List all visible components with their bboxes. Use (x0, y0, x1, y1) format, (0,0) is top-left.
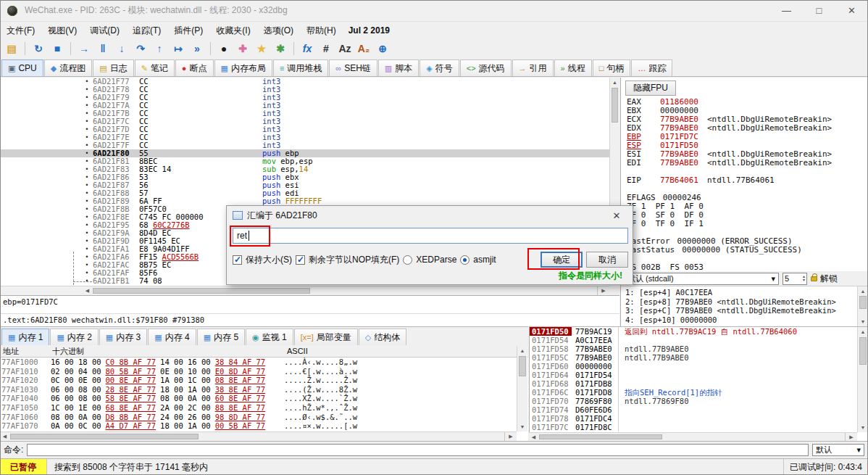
dump-horizontal-scrollbar[interactable]: ◀ ▶ (0, 431, 517, 441)
tab-seh[interactable]: ∞SEH链 (329, 59, 377, 76)
tab-dump-2[interactable]: ▦内存 2 (50, 329, 98, 345)
tab-dump-5[interactable]: ▦内存 5 (197, 329, 245, 345)
scroll-up-icon[interactable]: ▲ (858, 286, 868, 296)
dump-header-hex[interactable]: 十六进制 (51, 346, 284, 357)
hash-icon[interactable]: # (317, 41, 335, 57)
calculator-icon[interactable]: fx (299, 41, 316, 57)
tab-references[interactable]: →引用 (512, 59, 554, 76)
keep-size-checkbox[interactable] (233, 255, 242, 265)
disasm-row[interactable]: •6AD21F78CCint3 (0, 86, 609, 94)
command-profile-select[interactable]: 默认 ▾ (812, 444, 864, 456)
stack-row[interactable]: 0171FD5077B9AC19返回到 ntdll.77B9AC19 自 ntd… (530, 327, 868, 336)
arg-count-stepper[interactable]: 5 ▴▾ (783, 273, 807, 285)
dump-row[interactable]: 77AF106008 00 0A 00D8 8B AF 7724 00 26 0… (0, 413, 528, 422)
asmjit-radio[interactable] (460, 255, 470, 265)
tab-script[interactable]: ▥脚本 (378, 59, 419, 76)
scroll-up-icon[interactable]: ▲ (517, 346, 527, 355)
stack-arguments-pane[interactable]: 1: [esp+4] A0C17EEA2: [esp+8] 77B9ABE0 <… (620, 286, 868, 326)
cancel-button[interactable]: 取消 (586, 252, 628, 268)
disasm-row[interactable]: •6AD21F8383EC 14sub esp,14 (0, 165, 609, 173)
tab-notes[interactable]: ✎笔记 (135, 59, 175, 76)
tab-threads[interactable]: »线程 (554, 59, 592, 76)
tab-dump-1[interactable]: ▦内存 1 (1, 329, 49, 345)
menu-help[interactable]: 帮助(H) (300, 22, 343, 39)
tab-graph[interactable]: ◆流程图 (44, 59, 92, 76)
disasm-row[interactable]: •6AD21F7ACCint3 (0, 102, 609, 110)
hide-fpu-button[interactable]: 隐藏FPU (625, 80, 676, 96)
stack-horizontal-scrollbar[interactable]: ◀ ▶ (529, 432, 857, 441)
memory-dump-pane[interactable]: 地址 十六进制 ASCII 77AF100016 00 18 00C0 8B A… (0, 345, 528, 441)
disasm-row[interactable]: •6AD21F896A FFpush FFFFFFFF (0, 197, 609, 205)
tab-memory-map[interactable]: ▦内存布局 (214, 59, 272, 76)
tab-symbols[interactable]: ◈符号 (420, 59, 459, 76)
unlock-toggle[interactable]: 解锁 (811, 273, 838, 285)
stop-icon[interactable]: ■ (49, 41, 66, 57)
tab-breakpoints[interactable]: ●断点 (175, 59, 214, 76)
stack-arg-row[interactable]: 3: [esp+C] 77B9ABE0 <ntdll.DbgUiRemoteBr… (625, 306, 868, 315)
dump-header-address[interactable]: 地址 (0, 346, 51, 357)
stack-row[interactable]: 0171FD7C0171FD8C (530, 423, 868, 431)
tab-cpu[interactable]: ▣CPU (1, 59, 43, 76)
scrollbar-thumb[interactable] (539, 434, 662, 439)
scroll-up-icon[interactable]: ▲ (858, 327, 868, 336)
calling-convention-select[interactable]: 默认 (stdcall) ▾ (624, 273, 779, 285)
dump-row[interactable]: 77AF10501C 00 1E 0068 8E AF 772A 00 2C 0… (0, 403, 528, 413)
dump-row[interactable]: 77AF10700A 00 0C 00A4 D7 AF 7718 00 1A 0… (0, 421, 528, 431)
disasm-row[interactable]: •6AD21F8653push ebx (0, 173, 609, 181)
menu-file[interactable]: 文件(F) (0, 22, 41, 39)
stack-vertical-scrollbar[interactable]: ▲ ▼ (857, 327, 868, 432)
register-row[interactable]: EIP77B64061ntdll.77B64061 (621, 176, 868, 185)
disasm-row[interactable]: •6AD21F7BCCint3 (0, 110, 609, 117)
disasm-row[interactable]: •6AD21F7ECCint3 (0, 133, 609, 141)
close-button[interactable]: ✕ (835, 0, 868, 21)
dump-row[interactable]: 77AF10200C 00 0E 0000 8E AF 771A 00 1C 0… (0, 376, 528, 385)
tab-log[interactable]: ▤日志 (93, 59, 133, 76)
assemble-icon[interactable]: A₂ (355, 41, 372, 57)
stack-row[interactable]: 0171FD54A0C17EEA (530, 336, 868, 344)
disasm-row[interactable]: •6AD21F7FCCint3 (0, 141, 609, 149)
minimize-button[interactable]: — (770, 0, 803, 21)
tab-struct[interactable]: ◇结构体 (359, 329, 406, 345)
disasm-row[interactable]: •6AD21F7CCCint3 (0, 117, 609, 125)
step-over-icon[interactable]: ↷ (132, 41, 149, 57)
dump-vertical-scrollbar[interactable]: ▲ ▼ (517, 346, 527, 431)
tab-locals[interactable]: [x=]局部变量 (294, 329, 358, 345)
stack-arg-row[interactable]: 2: [esp+8] 77B9ABE0 <ntdll.DbgUiRemoteBr… (625, 297, 868, 307)
dump-row[interactable]: 77AF104006 00 08 0058 8E AF 7708 00 0A 0… (0, 394, 528, 403)
tab-call-stack[interactable]: ≡调用堆栈 (273, 59, 328, 76)
args-scrollbar[interactable]: ▲ ▼ (857, 286, 868, 326)
scrollbar-thumb[interactable] (10, 434, 199, 439)
menu-debug[interactable]: 调试(D) (83, 22, 126, 39)
tab-source[interactable]: <>源代码 (460, 59, 512, 76)
scroll-right-icon[interactable]: ▶ (845, 433, 857, 441)
disasm-horizontal-scrollbar[interactable]: ◀ ▶ (0, 286, 609, 295)
settings-icon[interactable]: ✱ (272, 41, 289, 57)
stack-row[interactable]: 0171FD780171FDC4 (530, 414, 868, 423)
tab-handles[interactable]: □句柄 (593, 59, 631, 76)
stack-row[interactable]: 0171FD640171FD54 (530, 371, 868, 379)
tab-watch-1[interactable]: ◉监视 1 (246, 329, 293, 345)
register-row[interactable]: EDI77B9ABE0<ntdll.DbgUiRemoteBreakin> (621, 159, 868, 168)
menu-trace[interactable]: 追踪(T) (126, 22, 167, 39)
registers-pane[interactable]: 隐藏FPU EAX01186000EBX00000000ECX77B9ABE0<… (620, 78, 868, 271)
dump-row[interactable]: 77AF100016 00 18 00C0 8B AF 7714 00 16 0… (0, 358, 528, 367)
fill-with-nop-checkbox[interactable] (296, 255, 305, 265)
dump-row[interactable]: 77AF101002 00 04 0080 5B AF 770E 00 10 0… (0, 367, 528, 376)
menu-favourites[interactable]: 收藏夹(I) (209, 22, 256, 39)
register-row[interactable] (621, 185, 868, 194)
dialog-close-icon[interactable]: ✕ (606, 210, 627, 221)
scroll-up-icon[interactable]: ▲ (610, 78, 619, 87)
scroll-left-icon[interactable]: ◀ (83, 286, 92, 295)
scroll-down-icon[interactable]: ▼ (858, 423, 868, 432)
menu-view[interactable]: 视图(V) (41, 22, 83, 39)
register-row[interactable]: EDX77B9ABE0<ntdll.DbgUiRemoteBreakin> (621, 124, 868, 133)
run-to-user-code-icon[interactable]: ↦ (170, 41, 187, 57)
stack-arg-row[interactable]: 4: [esp+10] 00000000 (625, 315, 868, 325)
disasm-row[interactable]: •6AD21F77CCint3 (0, 78, 609, 86)
register-row[interactable]: CF 0 TF 0 IF 1 (621, 220, 868, 228)
register-row[interactable]: EAX01186000 (621, 98, 868, 107)
stack-row[interactable]: 0171FD5C77B9ABE0ntdll.77B9ABE0 (530, 353, 868, 362)
disasm-row[interactable]: •6AD21F8756push esi (0, 181, 609, 189)
disasm-row[interactable]: •6AD21F79CCint3 (0, 94, 609, 102)
scrollbar-thumb[interactable] (859, 296, 867, 309)
